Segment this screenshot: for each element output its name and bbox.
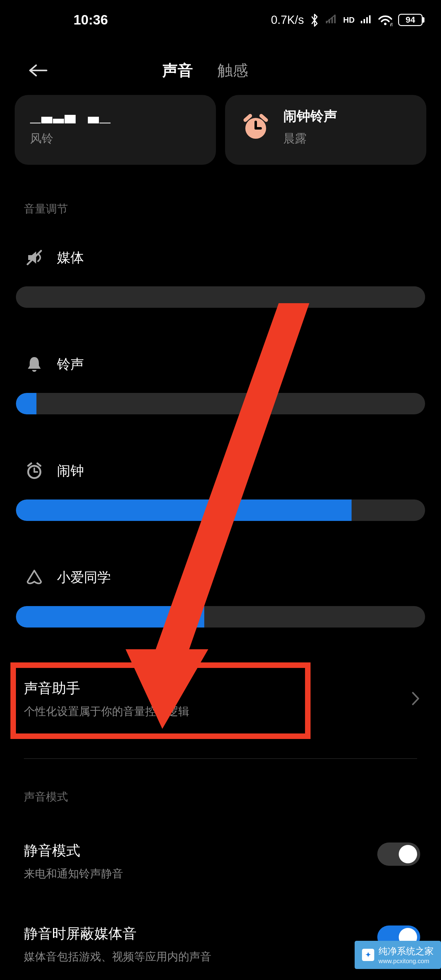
back-button[interactable]	[24, 57, 52, 84]
status-bar: 10:36 0.7K/s HD	[0, 0, 441, 40]
svg-line-4	[326, 15, 335, 23]
bell-icon	[24, 354, 45, 375]
section-sound-mode-label: 声音模式	[24, 789, 426, 805]
block-media-title: 静音时屏蔽媒体音	[24, 924, 417, 943]
annotation-highlight-box	[10, 662, 310, 739]
watermark-badge: ✦ 纯净系统之家 www.pcxitong.com	[355, 941, 441, 969]
header-tabs: 声音 触感	[162, 60, 248, 81]
silent-mode-subtitle: 来电和通知铃声静音	[24, 866, 417, 881]
bluetooth-icon	[309, 13, 320, 27]
svg-point-9	[384, 23, 387, 25]
alarm-ringtone-card[interactable]: 闹钟铃声 晨露	[225, 95, 426, 165]
silent-mode-title: 静音模式	[24, 841, 417, 860]
card-right-subtitle: 晨露	[283, 131, 337, 146]
hd-icon: HD	[343, 16, 355, 24]
sound-assistant-row[interactable]: 声音助手 个性化设置属于你的音量控制逻辑	[15, 664, 426, 734]
section-divider	[24, 758, 417, 759]
svg-line-19	[28, 463, 31, 466]
alarm-label: 闹钟	[57, 462, 84, 480]
chevron-right-icon	[411, 691, 420, 708]
xiaoai-slider[interactable]	[16, 606, 425, 627]
svg-rect-7	[366, 17, 368, 23]
app-header: 声音 触感	[0, 49, 441, 92]
status-net-speed: 0.7K/s	[271, 13, 304, 27]
ringtone-label: 铃声	[57, 355, 84, 373]
alarm-clock-icon	[240, 111, 271, 142]
status-time: 10:36	[73, 12, 108, 27]
silent-mode-switch[interactable]	[377, 843, 420, 866]
xiaoai-volume-group: 小爱同学	[15, 567, 426, 627]
notification-ringtone-card[interactable]: ▃▆▅▇▂▆▃ 风铃	[15, 95, 216, 165]
xiaoai-label: 小爱同学	[57, 568, 111, 587]
card-left-title-truncated: ▃▆▅▇▂▆▃	[30, 113, 201, 123]
media-slider[interactable]	[16, 286, 425, 308]
battery-icon: 94	[398, 14, 423, 26]
media-muted-icon	[24, 247, 45, 268]
svg-text:6: 6	[390, 22, 393, 26]
battery-percent: 94	[406, 15, 415, 25]
watermark-title: 纯净系统之家	[379, 945, 434, 958]
media-volume-group: 媒体	[15, 247, 426, 308]
media-label: 媒体	[57, 249, 84, 267]
ringtone-volume-group: 铃声	[15, 354, 426, 414]
alarm-icon	[24, 460, 45, 481]
ringtone-slider[interactable]	[16, 393, 425, 414]
svg-rect-6	[363, 19, 365, 23]
card-right-title: 闹钟铃声	[283, 107, 337, 125]
signal-weak-icon	[325, 13, 338, 27]
alarm-volume-group: 闹钟	[15, 460, 426, 521]
watermark-url: www.pcxitong.com	[379, 958, 434, 965]
section-volume-label: 音量调节	[24, 202, 426, 216]
svg-rect-8	[369, 15, 371, 23]
svg-rect-3	[334, 15, 336, 23]
tab-sound[interactable]: 声音	[162, 60, 193, 81]
svg-rect-5	[361, 21, 362, 23]
xiaoai-icon	[24, 567, 45, 588]
svg-line-20	[37, 463, 40, 466]
wifi-icon: 6	[378, 13, 393, 27]
silent-mode-row: 静音模式 来电和通知铃声静音	[15, 841, 426, 881]
signal-strong-icon	[360, 13, 373, 27]
tab-haptics[interactable]: 触感	[217, 60, 248, 81]
watermark-icon: ✦	[362, 949, 374, 961]
alarm-slider[interactable]	[16, 500, 425, 521]
card-left-subtitle: 风铃	[30, 131, 201, 146]
